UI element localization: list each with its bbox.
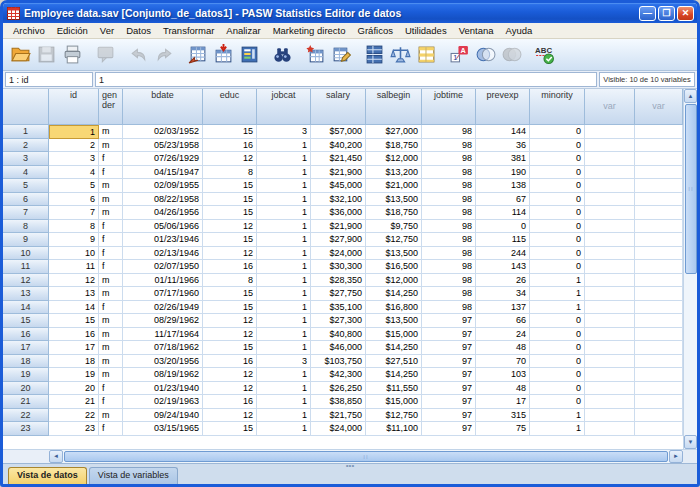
cell-bdate[interactable]: 02/03/1952 [123, 125, 203, 139]
print-icon[interactable] [59, 42, 85, 68]
row-header[interactable]: 21 [3, 395, 49, 409]
cell-gender[interactable]: f [99, 166, 123, 180]
column-header-var-10[interactable]: var [585, 89, 635, 125]
row-header[interactable]: 23 [3, 422, 49, 436]
scroll-left-icon[interactable]: ◄ [49, 450, 63, 463]
cell-prevexp[interactable]: 34 [476, 287, 530, 301]
cell-salary[interactable]: $21,450 [311, 152, 366, 166]
cell-salary[interactable]: $46,000 [311, 341, 366, 355]
cell-minority[interactable]: 0 [530, 179, 585, 193]
cell-educ[interactable]: 16 [203, 395, 257, 409]
tab-data-view[interactable]: Vista de datos [8, 467, 87, 486]
row-header[interactable]: 13 [3, 287, 49, 301]
cell-jobcat[interactable]: 1 [257, 260, 311, 274]
cell-salary[interactable]: $21,900 [311, 220, 366, 234]
cell-var[interactable] [585, 328, 635, 342]
cell-salbegin[interactable]: $11,100 [366, 422, 422, 436]
cell-prevexp[interactable]: 17 [476, 395, 530, 409]
cell-var[interactable] [635, 220, 683, 234]
cell-var[interactable] [635, 139, 683, 153]
cell-jobcat[interactable]: 1 [257, 152, 311, 166]
cell-minority[interactable]: 1 [530, 287, 585, 301]
cell-gender[interactable]: f [99, 422, 123, 436]
cell-bdate[interactable]: 01/23/1940 [123, 382, 203, 396]
cell-var[interactable] [585, 179, 635, 193]
cell-jobtime[interactable]: 98 [422, 233, 476, 247]
cell-var[interactable] [635, 409, 683, 423]
cell-salary[interactable]: $24,000 [311, 247, 366, 261]
cell-salbegin[interactable]: $15,000 [366, 395, 422, 409]
cell-minority[interactable]: 0 [530, 193, 585, 207]
row-header[interactable]: 14 [3, 301, 49, 315]
cell-educ[interactable]: 15 [203, 193, 257, 207]
cell-minority[interactable]: 0 [530, 382, 585, 396]
row-header[interactable]: 3 [3, 152, 49, 166]
cell-prevexp[interactable]: 190 [476, 166, 530, 180]
title-bar[interactable]: Employee data.sav [Conjunto_de_datos1] -… [3, 3, 697, 23]
cell-var[interactable] [635, 355, 683, 369]
cell-minority[interactable]: 0 [530, 341, 585, 355]
cell-jobcat[interactable]: 1 [257, 220, 311, 234]
cell-jobcat[interactable]: 1 [257, 193, 311, 207]
cell-bdate[interactable]: 08/19/1962 [123, 368, 203, 382]
cell-var[interactable] [585, 247, 635, 261]
cell-educ[interactable]: 15 [203, 287, 257, 301]
cell-editor[interactable]: 1 [95, 72, 597, 87]
row-header[interactable]: 10 [3, 247, 49, 261]
cell-salary[interactable]: $21,900 [311, 166, 366, 180]
row-header[interactable]: 15 [3, 314, 49, 328]
column-header-bdate[interactable]: bdate [123, 89, 203, 125]
cell-prevexp[interactable]: 138 [476, 179, 530, 193]
cell-prevexp[interactable]: 315 [476, 409, 530, 423]
column-header-gender[interactable]: gender [99, 89, 123, 125]
cell-educ[interactable]: 15 [203, 179, 257, 193]
splitter-grip[interactable]: ••• [346, 464, 354, 468]
cell-minority[interactable]: 0 [530, 125, 585, 139]
cell-id[interactable]: 23 [49, 422, 99, 436]
column-header-prevexp[interactable]: prevexp [476, 89, 530, 125]
cell-salary[interactable]: $26,250 [311, 382, 366, 396]
cell-prevexp[interactable]: 48 [476, 382, 530, 396]
cell-jobtime[interactable]: 98 [422, 301, 476, 315]
cell-bdate[interactable]: 02/07/1950 [123, 260, 203, 274]
row-header[interactable]: 12 [3, 274, 49, 288]
cell-prevexp[interactable]: 24 [476, 328, 530, 342]
cell-salbegin[interactable]: $12,000 [366, 274, 422, 288]
cell-salbegin[interactable]: $12,000 [366, 152, 422, 166]
cell-id[interactable]: 13 [49, 287, 99, 301]
cell-educ[interactable]: 12 [203, 409, 257, 423]
menu-item-utilidades[interactable]: Utilidades [399, 24, 453, 37]
use-variable-sets-icon[interactable] [472, 42, 498, 68]
cell-bdate[interactable]: 11/17/1964 [123, 328, 203, 342]
cell-var[interactable] [585, 368, 635, 382]
cell-var[interactable] [635, 287, 683, 301]
cell-var[interactable] [585, 287, 635, 301]
cell-var[interactable] [635, 314, 683, 328]
cell-id[interactable]: 12 [49, 274, 99, 288]
row-header[interactable]: 1 [3, 125, 49, 139]
row-header[interactable]: 22 [3, 409, 49, 423]
cell-var[interactable] [585, 206, 635, 220]
cell-salbegin[interactable]: $16,500 [366, 260, 422, 274]
cell-minority[interactable]: 0 [530, 233, 585, 247]
cell-jobcat[interactable]: 1 [257, 395, 311, 409]
cell-var[interactable] [635, 368, 683, 382]
cell-var[interactable] [635, 193, 683, 207]
cell-jobtime[interactable]: 98 [422, 274, 476, 288]
cell-id[interactable]: 17 [49, 341, 99, 355]
cell-minority[interactable]: 0 [530, 220, 585, 234]
cell-jobcat[interactable]: 1 [257, 314, 311, 328]
row-header[interactable]: 8 [3, 220, 49, 234]
cell-jobtime[interactable]: 97 [422, 328, 476, 342]
cell-var[interactable] [585, 355, 635, 369]
cell-minority[interactable]: 0 [530, 152, 585, 166]
cell-salbegin[interactable]: $14,250 [366, 341, 422, 355]
cell-gender[interactable]: f [99, 301, 123, 315]
cell-jobtime[interactable]: 97 [422, 395, 476, 409]
row-header[interactable]: 9 [3, 233, 49, 247]
cell-id[interactable]: 7 [49, 206, 99, 220]
cell-educ[interactable]: 8 [203, 274, 257, 288]
menu-item-edici-n[interactable]: Edición [51, 24, 94, 37]
cell-salbegin[interactable]: $18,750 [366, 139, 422, 153]
cell-salbegin[interactable]: $18,750 [366, 206, 422, 220]
